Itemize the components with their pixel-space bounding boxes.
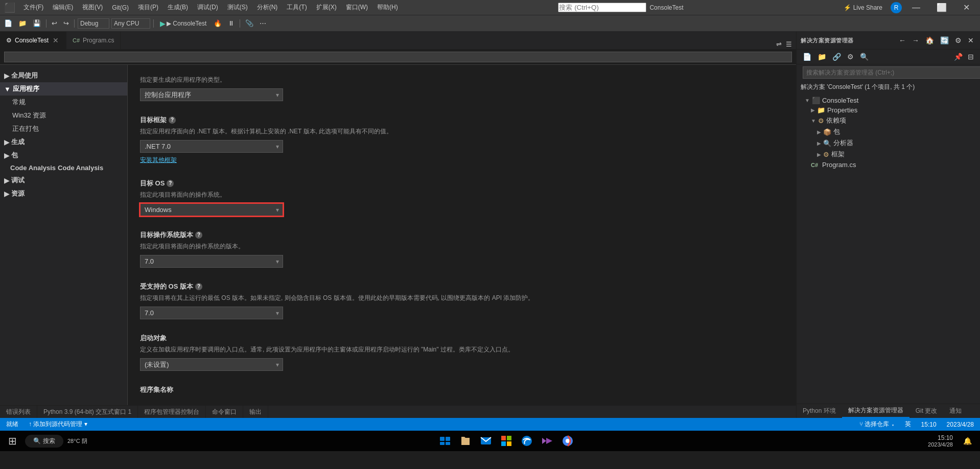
status-select-repo[interactable]: ⑂ 选择仓库 ▾ [857, 420, 897, 429]
rp-home-btn[interactable]: 🏠 [923, 35, 936, 45]
toolbar-undo[interactable]: ↩ [50, 18, 59, 28]
platform-dropdown[interactable]: Any CPU [111, 18, 150, 29]
tab-consoletest-close[interactable]: ✕ [52, 36, 60, 45]
rp-settings-btn[interactable]: ⚙ [953, 35, 964, 45]
tree-item-frameworks[interactable]: ▶ ⚙ 框架 [797, 149, 980, 160]
rp-refresh-btn[interactable]: 🔄 [938, 35, 951, 45]
menu-debug[interactable]: 调试(D) [193, 2, 222, 13]
settings-tree-item-app[interactable]: ▼ 应用程序 [0, 82, 127, 96]
tab-split-btn[interactable]: ⇌ [774, 39, 784, 49]
rp-back-btn[interactable]: ← [897, 35, 908, 45]
rp-toolbar-btn-5[interactable]: 🔍 [858, 52, 871, 62]
taskbar-app-edge[interactable] [519, 433, 535, 449]
rp-close-btn[interactable]: ✕ [966, 35, 976, 45]
osversion-select[interactable]: 7.0 6.0 [140, 255, 283, 268]
status-ready[interactable]: 就绪 [4, 420, 20, 429]
pause-btn[interactable]: ⏸ [226, 18, 237, 28]
rp-toolbar-btn-4[interactable]: ⚙ [845, 52, 856, 62]
toolbar-new[interactable]: 📄 [2, 18, 14, 28]
solution-search-input[interactable] [803, 66, 980, 79]
settings-tree-item-general[interactable]: 常规 [0, 96, 127, 109]
user-avatar[interactable]: R [891, 2, 902, 13]
bottom-tab-errors[interactable]: 错误列表 [0, 406, 37, 418]
tree-item-properties[interactable]: ▶ 📁 Properties [797, 105, 980, 115]
rp-tab-git[interactable]: Git 更改 [909, 404, 944, 418]
quick-search-input[interactable] [4, 52, 792, 62]
osversion-help-icon[interactable]: ? [195, 231, 202, 239]
status-add-source[interactable]: ↑ 添加到源代码管理 ▾ [27, 420, 89, 429]
menu-test[interactable]: 测试(S) [223, 2, 252, 13]
menu-extensions[interactable]: 扩展(X) [312, 2, 341, 13]
rp-toolbar-btn-3[interactable]: 🔗 [830, 52, 843, 62]
supportedos-select[interactable]: 7.0 6.0 [140, 307, 283, 319]
settings-tree-item-global[interactable]: ▶ 全局使用 [0, 69, 127, 82]
toolbar-redo[interactable]: ↪ [61, 18, 71, 28]
start-button[interactable]: ⊞ [4, 434, 21, 448]
rp-pin-btn[interactable]: 📌 [952, 52, 965, 62]
more-btn[interactable]: ⋯ [258, 18, 268, 28]
live-share-button[interactable]: ⚡ Live Share [839, 3, 886, 12]
bottom-tab-python[interactable]: Python 3.9 (64-bit) 交互式窗口 1 [37, 406, 138, 418]
menu-analyze[interactable]: 分析(N) [253, 2, 282, 13]
toolbar-open[interactable]: 📁 [16, 18, 29, 28]
close-button[interactable]: ✕ [957, 2, 976, 13]
rp-toolbar-btn-2[interactable]: 📁 [815, 52, 828, 62]
rp-forward-btn[interactable]: → [910, 35, 921, 45]
framework-select[interactable]: .NET 7.0 .NET 6.0 .NET 5.0 [140, 140, 283, 153]
menu-build[interactable]: 生成(B) [164, 2, 192, 13]
targetos-help-icon[interactable]: ? [167, 180, 174, 187]
supportedos-help-icon[interactable]: ? [195, 283, 202, 290]
tab-programcs[interactable]: C# Program.cs [66, 32, 121, 49]
bottom-tab-cmd[interactable]: 命令窗口 [206, 406, 243, 418]
taskbar-search[interactable]: 🔍 搜索 [25, 435, 63, 448]
targetos-select[interactable]: Windows Linux macOS (无) [140, 203, 283, 216]
tree-item-analyzers[interactable]: ▶ 🔍 分析器 [797, 137, 980, 149]
toolbar-save[interactable]: 💾 [31, 18, 43, 28]
rp-collapse-btn[interactable]: ⊟ [966, 52, 976, 62]
settings-tree-item-win32[interactable]: Win32 资源 [0, 109, 127, 122]
settings-tree-item-resources[interactable]: ▶ 资源 [0, 187, 127, 200]
taskbar-app-chrome[interactable] [559, 433, 576, 449]
tree-item-packages[interactable]: ▶ 📦 包 [797, 126, 980, 137]
bottom-tab-output[interactable]: 输出 [243, 406, 268, 418]
rp-tab-python[interactable]: Python 环境 [797, 404, 842, 418]
startup-select[interactable]: (未设置) [140, 358, 283, 371]
settings-tree-item-debug[interactable]: ▶ 调试 [0, 174, 127, 187]
rp-tab-notifications[interactable]: 通知 [943, 404, 968, 418]
rp-toolbar-btn-1[interactable]: 📄 [801, 52, 813, 62]
attach-btn[interactable]: 📎 [243, 18, 255, 28]
framework-help-icon[interactable]: ? [169, 116, 176, 124]
install-framework-link[interactable]: 安装其他框架 [140, 156, 177, 163]
rp-tab-solution[interactable]: 解决方案资源管理器 [842, 404, 909, 418]
menu-project[interactable]: 项目(P) [134, 2, 162, 13]
notification-btn[interactable]: 🔔 [959, 436, 976, 446]
menu-edit[interactable]: 编辑(E) [49, 2, 77, 13]
minimize-button[interactable]: — [906, 2, 926, 13]
debug-config-dropdown[interactable]: Debug [78, 18, 109, 29]
menu-git[interactable]: Git(G) [108, 3, 133, 12]
menu-window[interactable]: 窗口(W) [342, 2, 372, 13]
taskbar-app-store[interactable] [498, 433, 515, 449]
restore-button[interactable]: ⬜ [930, 2, 953, 13]
tree-item-consoletest[interactable]: ▼ ⬛ ConsoleTest [797, 96, 980, 105]
run-button[interactable]: ▶ ▶ ConsoleTest [157, 18, 209, 29]
menu-view[interactable]: 视图(V) [78, 2, 107, 13]
status-position[interactable]: 15:10 [919, 421, 939, 428]
tab-menu-btn[interactable]: ☰ [784, 39, 794, 49]
bottom-tab-packagemgr[interactable]: 程序包管理器控制台 [138, 406, 206, 418]
taskbar-app-mail[interactable] [478, 433, 494, 449]
menu-help[interactable]: 帮助(H) [373, 2, 402, 13]
taskbar-app-files[interactable] [457, 433, 474, 449]
hot-reload-btn[interactable]: 🔥 [212, 18, 224, 28]
apptype-select[interactable]: 控制台应用程序 Windows 窗体应用程序 类库 [140, 88, 283, 101]
tree-item-dependencies[interactable]: ▼ ⚙ 依赖项 [797, 115, 980, 126]
taskbar-app-explorer[interactable] [437, 433, 453, 449]
settings-tree-item-package[interactable]: ▶ 包 [0, 149, 127, 162]
settings-tree-item-build[interactable]: ▶ 生成 [0, 135, 127, 149]
tree-item-programcs[interactable]: C# Program.cs [797, 160, 980, 170]
taskbar-app-visual-studio[interactable] [539, 433, 555, 449]
menu-file[interactable]: 文件(F) [19, 2, 48, 13]
settings-tree-item-packaging[interactable]: 正在打包 [0, 122, 127, 135]
tab-consoletest[interactable]: ⚙ ConsoleTest ✕ [0, 32, 66, 49]
title-search-input[interactable] [558, 3, 646, 12]
